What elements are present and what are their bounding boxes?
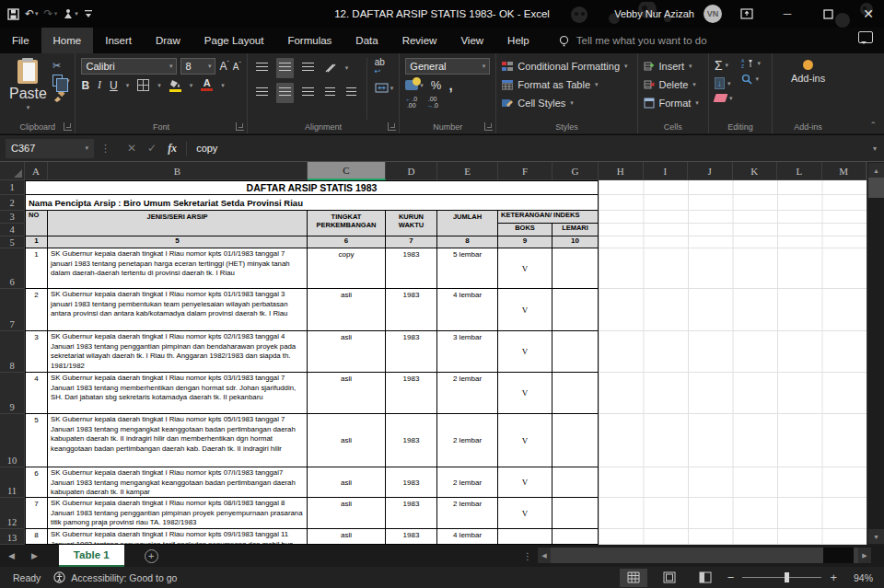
name-box-splitter[interactable]: ⋮	[100, 143, 111, 155]
sort-filter-button[interactable]: AZ▾	[741, 58, 761, 69]
tab-home[interactable]: Home	[41, 28, 94, 53]
ribbon-display-options-button[interactable]	[731, 0, 762, 28]
sheet-nav-right-arrow[interactable]: ▶	[23, 551, 46, 560]
shrink-font-button[interactable]: Aˇ	[233, 61, 241, 72]
font-name-select[interactable]: Calibri▾	[81, 58, 177, 75]
row-header[interactable]: 7	[0, 289, 25, 331]
increase-decimal-button[interactable]: ←.0.00	[405, 96, 417, 109]
cell-boks[interactable]: V	[498, 289, 552, 331]
cell-desc[interactable]: SK Gubernur kepala daerah tingkat I Riau…	[48, 529, 308, 545]
cell-boks[interactable]: V	[498, 331, 552, 373]
wrap-text-button[interactable]: ab↩	[375, 58, 394, 75]
cell-desc[interactable]: SK Gubernur kepala daerah tingkat I Riau…	[48, 331, 308, 373]
insert-cells-button[interactable]: Insert▾	[644, 58, 699, 75]
align-center-button[interactable]	[276, 83, 294, 103]
bold-button[interactable]: B	[81, 79, 89, 92]
cancel-entry-button[interactable]: ✕	[127, 142, 136, 155]
accounting-format-button[interactable]	[405, 80, 418, 90]
cell-tingkat[interactable]: copy	[308, 248, 386, 289]
format-as-table-button[interactable]: Format as Table▾	[502, 76, 627, 93]
cell-jumlah[interactable]: 2 lembar	[437, 414, 498, 467]
fill-button[interactable]: ↓	[715, 77, 725, 89]
row-header[interactable]: 3	[0, 211, 25, 224]
vertical-scrollbar[interactable]: ▲ ▼	[867, 162, 884, 545]
delete-cells-button[interactable]: Delete▾	[644, 76, 699, 93]
row-header[interactable]: 5	[0, 236, 25, 248]
column-header-m[interactable]: M	[822, 162, 867, 180]
zoom-slider-thumb[interactable]	[785, 572, 789, 582]
sheet-tab-table1[interactable]: Table 1	[59, 545, 124, 567]
empty-cells[interactable]	[599, 180, 867, 195]
cell-desc[interactable]: SK Gubernur kepala daerah tingkat I Riau…	[48, 248, 308, 289]
index-cell[interactable]: 8	[437, 236, 498, 248]
percent-style-button[interactable]: %	[431, 78, 442, 92]
cell-jumlah[interactable]: 2 lembar	[437, 498, 498, 529]
align-left-button[interactable]	[253, 83, 271, 103]
row-header[interactable]: 1	[0, 180, 25, 195]
index-cell[interactable]: 10	[552, 236, 599, 248]
column-header-i[interactable]: I	[644, 162, 689, 180]
cell-lemari[interactable]	[552, 289, 599, 331]
sheet-bar-splitter[interactable]: ⋮	[523, 551, 533, 561]
column-header-b[interactable]: B	[48, 162, 308, 180]
format-cells-button[interactable]: Format▾	[644, 95, 699, 111]
copy-button[interactable]	[52, 75, 63, 86]
inking-button[interactable]: ▾	[63, 8, 78, 19]
cell-desc[interactable]: SK Gubernur kepala daerah tingkat I Riau…	[48, 498, 308, 529]
cell-lemari[interactable]	[552, 248, 599, 289]
tab-review[interactable]: Review	[390, 28, 449, 53]
customize-qat-button[interactable]	[84, 8, 93, 19]
cell-tingkat[interactable]: asli	[308, 414, 386, 467]
index-cell[interactable]: 9	[498, 236, 552, 248]
scroll-left-arrow[interactable]: ◀	[538, 548, 551, 563]
italic-button[interactable]: I	[98, 78, 101, 92]
cell-kurun[interactable]: 1983	[386, 289, 437, 331]
empty-cells[interactable]	[599, 224, 867, 236]
new-sheet-button[interactable]: +	[145, 549, 158, 563]
cell-no[interactable]: 7	[25, 498, 48, 529]
cell-no[interactable]: 8	[25, 529, 48, 545]
number-dialog-launcher[interactable]	[484, 122, 493, 131]
row-header[interactable]: 6	[0, 248, 25, 289]
maximize-button[interactable]	[812, 0, 843, 28]
cell-jumlah[interactable]: 2 lembar	[437, 373, 498, 414]
font-size-select[interactable]: 8▾	[180, 58, 215, 75]
expand-formula-bar-button[interactable]: ▾	[873, 144, 884, 153]
cell-no[interactable]: 6	[25, 467, 48, 498]
addins-button[interactable]: Add-ins	[778, 58, 838, 86]
row-header[interactable]: 12	[0, 498, 25, 529]
font-color-button[interactable]: A	[201, 79, 213, 91]
empty-cells[interactable]	[599, 498, 867, 529]
column-header-l[interactable]: L	[777, 162, 822, 180]
empty-cells[interactable]	[599, 331, 867, 373]
empty-cells[interactable]	[599, 248, 867, 289]
scroll-down-arrow[interactable]: ▼	[868, 529, 884, 544]
zoom-in-button[interactable]: +	[830, 571, 837, 584]
row-header[interactable]: 13	[0, 529, 25, 545]
row-header[interactable]: 8	[0, 331, 25, 373]
cell-tingkat[interactable]: asli	[308, 529, 386, 545]
empty-cells[interactable]	[599, 211, 867, 224]
cell-jumlah[interactable]: 2 lembar	[437, 467, 498, 498]
cell-desc[interactable]: SK Gubernur kepala daerah tingkat I Riau…	[48, 289, 308, 331]
row-header[interactable]: 2	[0, 195, 25, 211]
cell-no[interactable]: 2	[25, 289, 48, 331]
font-dialog-launcher[interactable]	[236, 122, 244, 131]
alignment-dialog-launcher[interactable]	[388, 122, 396, 131]
cell-kurun[interactable]: 1983	[386, 467, 437, 498]
decrease-indent-button[interactable]	[322, 83, 338, 103]
paste-button[interactable]: Paste ▾	[9, 60, 47, 120]
zoom-slider[interactable]	[742, 577, 821, 578]
empty-cells[interactable]	[599, 236, 867, 248]
cell-tingkat[interactable]: asli	[308, 498, 386, 529]
header-jenis[interactable]: JENIS/SERI ARSIP	[48, 211, 308, 236]
cell-lemari[interactable]	[552, 331, 599, 373]
comments-icon[interactable]	[858, 31, 873, 43]
column-header-j[interactable]: J	[688, 162, 733, 180]
index-cell[interactable]: 5	[48, 236, 308, 248]
cell-tingkat[interactable]: asli	[308, 289, 386, 331]
tab-page-layout[interactable]: Page Layout	[192, 28, 276, 53]
tab-file[interactable]: File	[0, 28, 41, 53]
cell-jumlah[interactable]: 4 lembar	[437, 529, 498, 545]
cell-kurun[interactable]: 1983	[386, 498, 437, 529]
